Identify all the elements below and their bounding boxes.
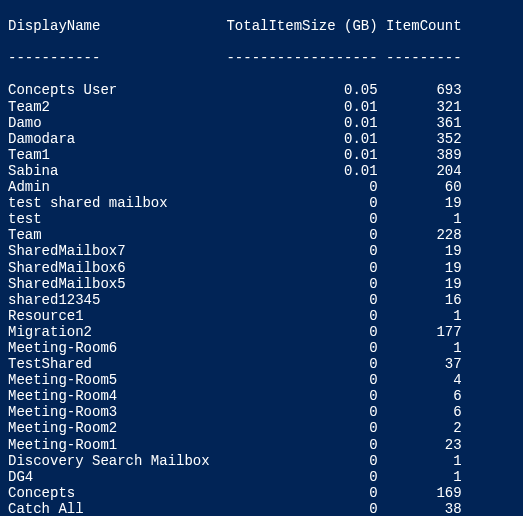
- table-row: Catch All 0 38: [8, 501, 515, 516]
- table-row: DG4 0 1: [8, 469, 515, 485]
- powershell-output: DisplayName TotalItemSize (GB) ItemCount…: [0, 0, 523, 516]
- table-row: Team2 0.01 321: [8, 99, 515, 115]
- table-row: Team 0 228: [8, 227, 515, 243]
- table-row: Admin 0 60: [8, 179, 515, 195]
- table-row: SharedMailbox5 0 19: [8, 276, 515, 292]
- table-row: Discovery Search Mailbox 0 1: [8, 453, 515, 469]
- table-separator: ----------- ------------------ ---------: [8, 50, 515, 66]
- table-row: Team1 0.01 389: [8, 147, 515, 163]
- table-row: SharedMailbox6 0 19: [8, 260, 515, 276]
- table-row: Damodara 0.01 352: [8, 131, 515, 147]
- table-row: TestShared 0 37: [8, 356, 515, 372]
- table-row: Meeting-Room2 0 2: [8, 420, 515, 436]
- table-row: SharedMailbox7 0 19: [8, 243, 515, 259]
- table-row: Meeting-Room3 0 6: [8, 404, 515, 420]
- table-row: test shared mailbox 0 19: [8, 195, 515, 211]
- table-header: DisplayName TotalItemSize (GB) ItemCount: [8, 18, 515, 34]
- table-row: Migration2 0 177: [8, 324, 515, 340]
- table-row: Meeting-Room4 0 6: [8, 388, 515, 404]
- table-row: Damo 0.01 361: [8, 115, 515, 131]
- table-row: Resource1 0 1: [8, 308, 515, 324]
- table-row: Concepts 0 169: [8, 485, 515, 501]
- table-row: test 0 1: [8, 211, 515, 227]
- table-row: Sabina 0.01 204: [8, 163, 515, 179]
- table-row: Meeting-Room5 0 4: [8, 372, 515, 388]
- table-row: Meeting-Room6 0 1: [8, 340, 515, 356]
- table-row: shared12345 0 16: [8, 292, 515, 308]
- table-row: Meeting-Room1 0 23: [8, 437, 515, 453]
- table-row: Concepts User 0.05 693: [8, 82, 515, 98]
